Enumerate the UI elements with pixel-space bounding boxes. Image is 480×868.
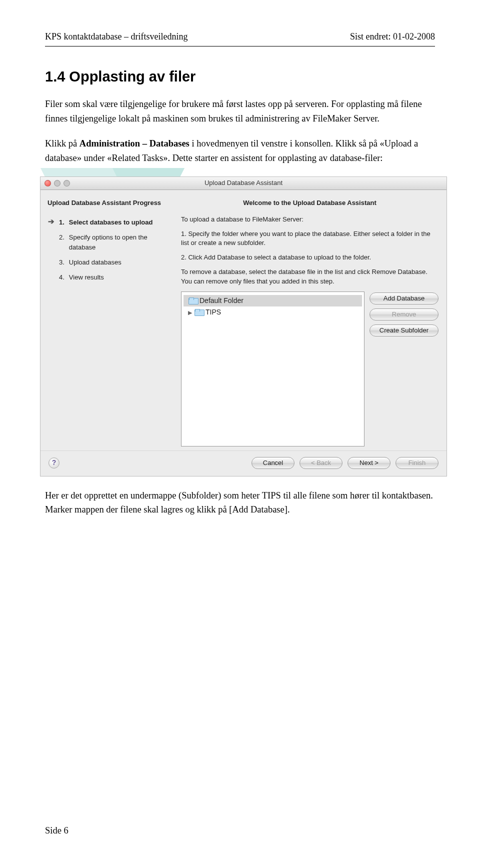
upload-dialog: Upload Database Assistant Upload Databas… [40, 177, 446, 476]
page-footer: Side 6 [45, 824, 68, 838]
step-num: 2. [59, 232, 64, 242]
document-body: 1.4 Opplasting av filer Filer som skal v… [45, 66, 435, 517]
sidebar-title: Upload Database Assistant Progress [48, 198, 166, 208]
finish-button: Finish [396, 457, 438, 469]
folder-area: Default Folder ▶ TIPS Add Database Remov… [181, 292, 438, 446]
wizard-step-1: ➔ 1. Select databases to upload [48, 215, 166, 230]
next-button[interactable]: Next > [348, 457, 390, 469]
wizard-step-4: 4. View results [48, 270, 166, 285]
add-database-button[interactable]: Add Database [370, 292, 438, 304]
step-num: 4. [59, 272, 64, 282]
folder-icon [194, 309, 204, 316]
wizard-step-2: 2. Specify options to open the database [48, 230, 166, 255]
cancel-button[interactable]: Cancel [252, 457, 294, 469]
step-num: 1. [59, 218, 64, 228]
dialog-titlebar: Upload Database Assistant [40, 177, 446, 190]
step1-text: 1. Specify the folder where you want to … [181, 230, 438, 248]
tree-node-child[interactable]: ▶ TIPS [184, 306, 362, 318]
create-subfolder-button[interactable]: Create Subfolder [370, 324, 438, 336]
wizard-steps: ➔ 1. Select databases to upload 2. Speci… [48, 215, 166, 286]
para2-bold: Administration – Databases [80, 138, 190, 148]
header-right: Sist endret: 01-02-2008 [350, 30, 435, 44]
step-label: View results [69, 272, 104, 282]
disclosure-triangle-icon[interactable]: ▶ [188, 308, 192, 317]
header-left: KPS kontaktdatabase – driftsveiledning [45, 30, 188, 44]
folder-icon [188, 298, 198, 304]
wizard-sidebar: Upload Database Assistant Progress ➔ 1. … [40, 190, 173, 450]
paragraph-3: Her er det opprettet en undermappe (Subf… [45, 488, 435, 517]
main-title: Welcome to the Upload Database Assistant [181, 198, 438, 208]
intro-text: To upload a database to FileMaker Server… [181, 215, 438, 224]
remove-text: To remove a database, select the databas… [181, 268, 438, 286]
paragraph-1: Filer som skal være tilgjengelige for br… [45, 97, 435, 126]
step-label: Upload databases [69, 258, 122, 268]
close-icon[interactable] [44, 180, 51, 186]
paragraph-2: Klikk på Administration – Databases i ho… [45, 136, 435, 165]
wizard-main: Welcome to the Upload Database Assistant… [173, 190, 446, 450]
step-label: Select databases to upload [69, 218, 153, 228]
minimize-icon [54, 180, 60, 186]
dialog-screenshot: Upload Database Assistant Upload Databas… [40, 176, 447, 476]
remove-button: Remove [370, 308, 438, 320]
help-icon[interactable]: ? [48, 458, 60, 468]
step-label: Specify options to open the database [69, 232, 166, 252]
dialog-footer: ? Cancel < Back Next > Finish [40, 450, 446, 476]
wizard-step-3: 3. Upload databases [48, 255, 166, 270]
dialog-title: Upload Database Assistant [40, 178, 446, 188]
step2-text: 2. Click Add Database to select a databa… [181, 253, 438, 262]
window-controls [44, 180, 70, 186]
arrow-right-icon: ➔ [48, 218, 54, 225]
dialog-body: Upload Database Assistant Progress ➔ 1. … [40, 190, 446, 450]
tree-root-label: Default Folder [200, 296, 244, 306]
folder-tree[interactable]: Default Folder ▶ TIPS [181, 292, 364, 446]
para2-a: Klikk på [45, 138, 80, 148]
section-title: 1.4 Opplasting av filer [45, 66, 435, 88]
folder-buttons: Add Database Remove Create Subfolder [370, 292, 438, 446]
tree-child-label: TIPS [206, 307, 221, 318]
step-num: 3. [59, 258, 64, 268]
back-button: < Back [300, 457, 342, 469]
zoom-icon [64, 180, 70, 186]
page-header: KPS kontaktdatabase – driftsveiledning S… [45, 30, 435, 46]
wizard-nav-buttons: Cancel < Back Next > Finish [252, 457, 438, 469]
tree-node-root[interactable]: Default Folder [184, 295, 362, 307]
